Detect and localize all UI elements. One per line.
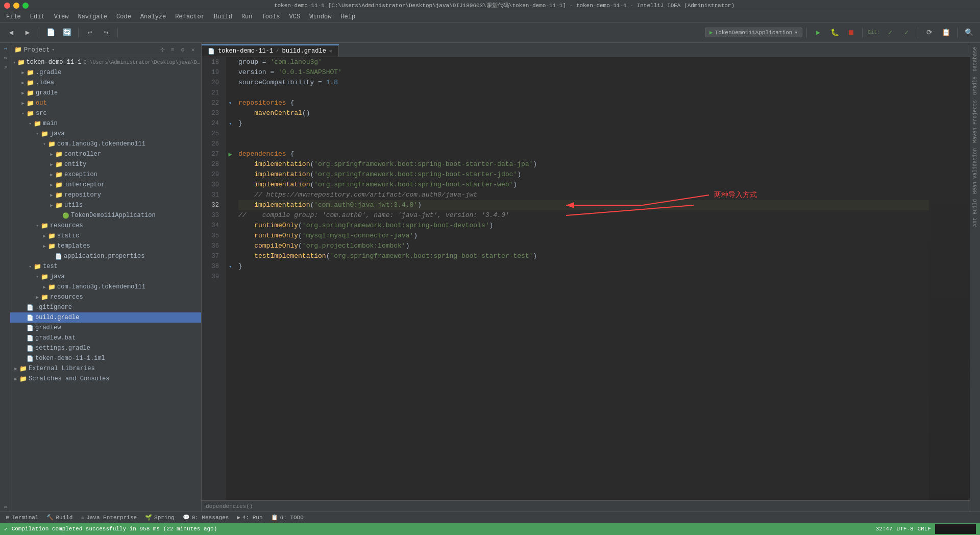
window-maximize-btn[interactable] [22, 3, 29, 9]
fold-22[interactable]: ▾ [226, 98, 234, 108]
tree-arrow-src[interactable]: ▾ [19, 111, 27, 116]
toolbar-redo-btn[interactable]: ↪ [99, 26, 113, 40]
toolbar-update-btn[interactable]: ⟳ [922, 26, 937, 40]
tab-close-btn[interactable]: ✕ [329, 48, 332, 54]
tree-item-root[interactable]: ▾ 📁 token-demo-11-1 C:\Users\Administrat… [10, 57, 201, 67]
bottom-tab-terminal[interactable]: ⊟ Terminal [4, 514, 40, 521]
tree-item-entity[interactable]: ▶ 📁 entity [10, 159, 201, 169]
tree-arrow-out[interactable]: ▶ [19, 101, 27, 106]
tree-item-package[interactable]: ▾ 📁 com.lanou3g.tokendemo111 [10, 139, 201, 149]
project-locate-btn[interactable]: ⊹ [158, 46, 166, 54]
tree-arrow-test-java[interactable]: ▾ [34, 274, 41, 280]
tree-item-resources[interactable]: ▾ 📁 resources [10, 221, 201, 231]
window-minimize-btn[interactable] [13, 3, 19, 9]
tree-arrow-static[interactable]: ▶ [41, 233, 48, 239]
tree-item-gradle-hidden[interactable]: ▶ 📁 .gradle [10, 67, 201, 78]
right-panel-bean-validation[interactable]: Bean Validation [972, 146, 978, 196]
menu-navigate[interactable]: Navigate [74, 12, 111, 21]
toolbar-undo-btn[interactable]: ↩ [83, 26, 97, 40]
code-content[interactable]: group = 'com.lanou3g' version = '0.0.1-S… [234, 57, 929, 500]
tree-item-gitignore[interactable]: 📄 .gitignore [10, 302, 201, 312]
tree-item-static[interactable]: ▶ 📁 static [10, 231, 201, 241]
tree-item-src[interactable]: ▾ 📁 src [10, 108, 201, 118]
bottom-tab-build[interactable]: 🔨 Build [44, 514, 75, 521]
right-panel-maven[interactable]: Maven Projects [972, 98, 978, 145]
minimap[interactable] [929, 57, 970, 500]
tree-arrow-main[interactable]: ▾ [27, 121, 34, 127]
left-icon-web[interactable]: W [1, 63, 9, 71]
tree-item-main[interactable]: ▾ 📁 main [10, 118, 201, 129]
left-icon-structure[interactable]: S [1, 503, 9, 512]
tree-item-test-package[interactable]: ▶ 📁 com.lanou3g.tokendemo111 [10, 282, 201, 292]
status-position[interactable]: 32:47 [876, 526, 893, 532]
tree-arrow-gradle-h[interactable]: ▶ [19, 70, 27, 76]
menu-refactor[interactable]: Refactor [171, 12, 209, 21]
tree-item-gradlew[interactable]: 📄 gradlew [10, 323, 201, 333]
tree-arrow-utils[interactable]: ▶ [48, 203, 55, 208]
toolbar-back-btn[interactable]: ◀ [4, 26, 18, 40]
fold-27[interactable]: ▶ [226, 149, 234, 159]
tree-item-iml[interactable]: 📄 token-demo-11-1.iml [10, 353, 201, 363]
tree-item-utils[interactable]: ▶ 📁 utils [10, 200, 201, 210]
toolbar-forward-btn[interactable]: ▶ [20, 26, 35, 40]
tree-item-exception[interactable]: ▶ 📁 exception [10, 169, 201, 180]
menu-file[interactable]: File [2, 12, 25, 21]
bottom-tab-java-enterprise[interactable]: ☕ Java Enterprise [79, 514, 139, 521]
tree-arrow-exception[interactable]: ▶ [48, 172, 55, 178]
menu-tools[interactable]: Tools [258, 12, 284, 21]
bottom-tab-spring[interactable]: 🌱 Spring [143, 514, 177, 521]
left-icon-favorites[interactable]: 2 [1, 54, 9, 62]
tree-item-repository[interactable]: ▶ 📁 repository [10, 190, 201, 200]
tree-item-gradlew-bat[interactable]: 📄 gradlew.bat [10, 333, 201, 343]
tree-arrow-interceptor[interactable]: ▶ [48, 182, 55, 188]
tree-arrow-scratches[interactable]: ▶ [12, 376, 19, 382]
tree-arrow-java[interactable]: ▾ [34, 131, 41, 137]
menu-view[interactable]: View [50, 12, 73, 21]
tree-item-build-gradle[interactable]: 📄 build.gradle [10, 312, 201, 323]
bottom-tab-run[interactable]: ▶ 4: Run [235, 514, 264, 521]
tree-arrow-templates[interactable]: ▶ [41, 244, 48, 249]
tree-item-ext-libs[interactable]: ▶ 📁 External Libraries [10, 363, 201, 374]
tree-arrow-test[interactable]: ▾ [27, 264, 34, 270]
right-panel-database[interactable]: Database [972, 45, 978, 74]
toolbar-commit-btn[interactable]: ✓ [883, 26, 897, 40]
menu-code[interactable]: Code [112, 12, 135, 21]
tree-arrow-gradle[interactable]: ▶ [19, 90, 27, 96]
tree-arrow-test-resources[interactable]: ▶ [34, 295, 41, 300]
menu-vcs[interactable]: VCS [285, 12, 305, 21]
menu-window[interactable]: Window [305, 12, 335, 21]
left-icon-project[interactable]: 1 [1, 45, 9, 53]
toolbar-file-btn[interactable]: 📄 [43, 26, 58, 40]
run-btn[interactable]: ▶ [811, 26, 825, 40]
stop-btn[interactable]: ⏹ [844, 26, 858, 40]
tree-arrow-test-package[interactable]: ▶ [41, 284, 48, 290]
tree-item-controller[interactable]: ▶ 📁 controller [10, 149, 201, 159]
status-line-sep[interactable]: CRLF [918, 526, 931, 532]
right-panel-gradle[interactable]: Gradle [972, 75, 978, 97]
tree-arrow-idea[interactable]: ▶ [19, 80, 27, 86]
tree-item-test[interactable]: ▾ 📁 test [10, 261, 201, 272]
right-panel-ant-build[interactable]: Ant Build [972, 197, 978, 229]
tree-arrow-entity[interactable]: ▶ [48, 162, 55, 167]
tree-item-app-props[interactable]: 📄 application.properties [10, 251, 201, 261]
tree-item-idea[interactable]: ▶ 📁 .idea [10, 78, 201, 88]
bottom-tab-todo[interactable]: 📋 6: TODO [269, 514, 306, 521]
menu-analyze[interactable]: Analyze [136, 12, 170, 21]
tree-arrow-package[interactable]: ▾ [41, 141, 48, 147]
editor-tab-build-gradle[interactable]: 📄 token-demo-11-1 / build.gradle ✕ [202, 44, 339, 57]
menu-help[interactable]: Help [336, 12, 359, 21]
tree-item-gradle[interactable]: ▶ 📁 gradle [10, 88, 201, 98]
menu-edit[interactable]: Edit [26, 12, 49, 21]
project-hide-btn[interactable]: ✕ [189, 46, 197, 54]
tree-item-main-class[interactable]: 🟢 TokenDemo111Application [10, 210, 201, 221]
menu-run[interactable]: Run [237, 12, 257, 21]
toolbar-search-btn[interactable]: 🔍 [962, 26, 976, 40]
tree-arrow-ext-libs[interactable]: ▶ [12, 366, 19, 372]
toolbar-git-btn[interactable]: Git: [867, 26, 881, 40]
tree-item-test-resources[interactable]: ▶ 📁 resources [10, 292, 201, 302]
project-collapse-btn[interactable]: ≡ [168, 46, 177, 54]
toolbar-sync-btn[interactable]: 🔄 [60, 26, 74, 40]
tree-item-interceptor[interactable]: ▶ 📁 interceptor [10, 180, 201, 190]
tree-arrow-repository[interactable]: ▶ [48, 192, 55, 198]
tree-item-out[interactable]: ▶ 📁 out [10, 98, 201, 108]
